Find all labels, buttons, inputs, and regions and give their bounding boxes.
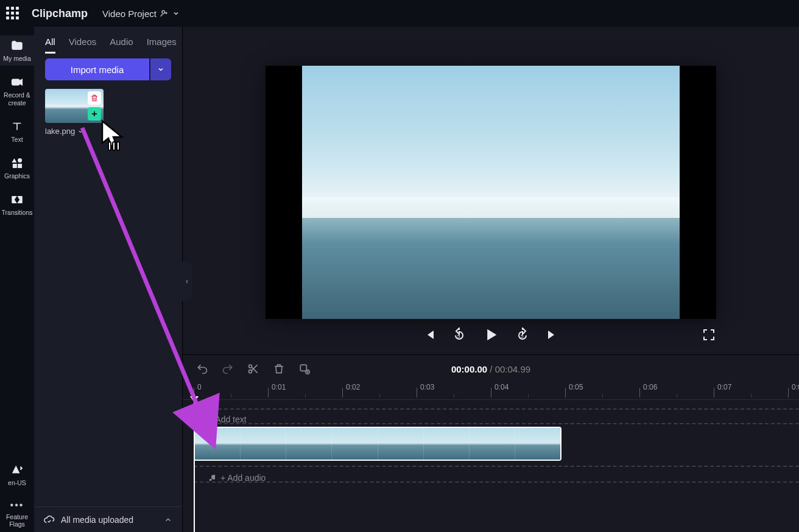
media-panel-footer[interactable]: All media uploaded <box>34 506 182 532</box>
sidebar-rail: My media Record & create Text Graphics T… <box>0 27 34 532</box>
main-area: 5 5 00:00.00 / 00:04.99 00:010:020:030: <box>183 27 799 532</box>
rail-text-label: Text <box>11 136 23 143</box>
svg-rect-1 <box>12 79 19 85</box>
skip-start-button[interactable] <box>421 327 436 342</box>
current-time: 00:00.00 <box>451 364 487 374</box>
media-panel: All Videos Audio Images Import media <box>34 27 183 532</box>
chevron-down-icon <box>77 128 83 135</box>
project-name-label: Video Project <box>102 9 157 19</box>
ruler-tick: 0:03 <box>420 383 434 391</box>
add-text-label: + Add text <box>208 415 247 424</box>
plus-icon <box>90 110 99 118</box>
share-icon <box>160 9 169 18</box>
forward-5-button[interactable]: 5 <box>515 327 530 342</box>
titlebar: Clipchamp Video Project <box>0 0 799 27</box>
playhead[interactable] <box>194 400 195 532</box>
tab-all[interactable]: All <box>45 37 55 54</box>
preview-area: 5 5 <box>183 27 799 354</box>
rail-transitions[interactable]: Transitions <box>0 189 34 220</box>
svg-text:5: 5 <box>457 334 460 339</box>
media-thumbnail-image[interactable] <box>45 89 104 123</box>
tab-audio[interactable]: Audio <box>110 37 133 54</box>
svg-rect-3 <box>13 164 16 168</box>
svg-rect-9 <box>300 365 306 371</box>
ruler-tick: 0:01 <box>272 383 286 391</box>
upload-status: All media uploaded <box>61 515 133 525</box>
svg-rect-4 <box>18 164 22 168</box>
svg-point-2 <box>18 159 22 163</box>
chevron-up-icon <box>164 516 172 524</box>
delete-media-button[interactable] <box>88 91 101 105</box>
media-tabs: All Videos Audio Images <box>34 27 182 58</box>
rail-record-label: Record & create <box>0 91 34 107</box>
split-button[interactable] <box>247 363 259 375</box>
timeline-time: 00:00.00 / 00:04.99 <box>451 364 530 374</box>
add-to-timeline-button[interactable] <box>88 107 101 121</box>
duplicate-button[interactable] <box>298 363 311 375</box>
media-thumbnail[interactable]: lake.png <box>45 89 104 136</box>
ruler-tick: 0:02 <box>346 383 360 391</box>
rail-my-media-label: My media <box>3 55 31 62</box>
play-button[interactable] <box>482 326 499 343</box>
ruler-tick: 0:06 <box>643 383 657 391</box>
app-name: Clipchamp <box>32 7 88 20</box>
ruler-tick: 0:07 <box>717 383 731 391</box>
media-filename: lake.png <box>45 127 75 136</box>
timeline: 00:00.00 / 00:04.99 00:010:020:030:040:0… <box>183 354 799 532</box>
ruler-tick: 0:08 <box>792 383 799 391</box>
rail-my-media[interactable]: My media <box>0 35 34 66</box>
rail-record-create[interactable]: Record & create <box>0 72 34 110</box>
media-thumbnail-label: lake.png <box>45 127 104 136</box>
trash-icon <box>90 94 99 102</box>
timeline-toolbar: 00:00.00 / 00:04.99 <box>183 355 799 383</box>
timeline-ruler[interactable]: 00:010:020:030:040:050:060:070:08 <box>183 383 799 400</box>
add-audio-track[interactable]: + Add audio <box>208 473 266 483</box>
rail-graphics[interactable]: Graphics <box>0 153 34 183</box>
play-controls: 5 5 <box>266 326 716 343</box>
preview-image[interactable] <box>302 66 680 319</box>
import-media-button[interactable]: Import media <box>45 58 149 80</box>
delete-button[interactable] <box>273 363 285 375</box>
preview-frame <box>266 66 716 319</box>
chevron-down-icon <box>157 66 164 73</box>
fullscreen-button[interactable] <box>702 327 716 342</box>
rail-graphics-label: Graphics <box>4 172 30 180</box>
redo-button[interactable] <box>222 363 234 375</box>
music-note-icon <box>208 474 217 482</box>
skip-end-button[interactable] <box>546 327 560 342</box>
collapse-panel-button[interactable]: ‹ <box>181 262 192 301</box>
chevron-down-icon <box>172 10 180 17</box>
rail-text[interactable]: Text <box>0 116 34 147</box>
time-separator: / <box>487 364 495 374</box>
svg-text:5: 5 <box>521 334 524 339</box>
project-name[interactable]: Video Project <box>102 9 180 19</box>
add-text-track[interactable]: + Add text <box>208 415 247 424</box>
rail-transitions-label: Transitions <box>2 209 33 216</box>
tab-images[interactable]: Images <box>147 37 177 54</box>
rail-flags-label: Feature Flags <box>0 513 34 528</box>
more-icon: ••• <box>10 500 24 511</box>
cloud-check-icon <box>44 514 55 525</box>
ruler-tick: 0:05 <box>569 383 583 391</box>
rail-locale[interactable]: en-US <box>0 460 34 490</box>
rewind-5-button[interactable]: 5 <box>452 327 466 342</box>
timeline-tracks[interactable]: + Add text + Add audio <box>183 400 799 532</box>
timeline-clip[interactable] <box>194 427 561 461</box>
rail-locale-label: en-US <box>8 479 26 486</box>
add-audio-label: + Add audio <box>220 473 266 483</box>
app-launcher-icon[interactable] <box>6 7 19 20</box>
svg-point-0 <box>162 10 165 13</box>
duration-time: 00:04.99 <box>495 364 530 374</box>
tab-videos[interactable]: Videos <box>69 37 97 54</box>
ruler-tick: 0 <box>197 383 202 391</box>
rail-more[interactable]: ••• Feature Flags <box>0 496 34 532</box>
undo-button[interactable] <box>196 363 208 375</box>
ruler-tick: 0:04 <box>495 383 509 391</box>
import-media-dropdown[interactable] <box>150 58 171 80</box>
